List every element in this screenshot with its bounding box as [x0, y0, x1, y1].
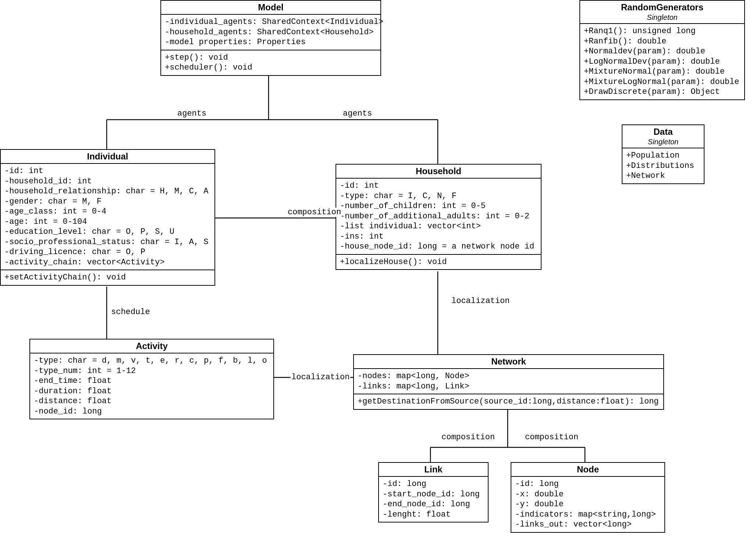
attr-row: +Population: [626, 151, 700, 161]
op-row: +setActivityChain(): void: [4, 272, 211, 283]
op-row: +localizeHouse(): void: [340, 257, 537, 267]
op-row: +MixtureNormal(param): double: [584, 67, 741, 77]
class-network-title: Network: [354, 355, 663, 369]
attr-row: -lenght: float: [383, 510, 484, 520]
op-row: +DrawDiscrete(param): Object: [584, 87, 741, 97]
attr-row: -x: double: [515, 489, 661, 500]
attr-row: -node_id: long: [34, 406, 270, 417]
op-row: +Ranq1(): unsigned long: [584, 26, 741, 36]
attr-row: -activity_chain: vector<Activity>: [4, 257, 211, 268]
class-data: Data Singleton +Population +Distribution…: [622, 124, 704, 184]
attr-row: -age: int = 0-104: [4, 217, 211, 227]
attr-row: -household_agents: SharedContext<Househo…: [165, 27, 377, 38]
attr-row: +Distributions: [626, 161, 700, 171]
attr-row: -type_num: int = 1-12: [34, 366, 270, 376]
class-household-attrs: -id: int -type: char = I, C, N, F -numbe…: [336, 179, 541, 255]
attr-row: -id: long: [515, 479, 661, 489]
attr-row: -gender: char = M, F: [4, 197, 211, 207]
attr-row: -number_of_children: int = 0-5: [340, 201, 537, 211]
class-link: Link -id: long -start_node_id: long -end…: [378, 462, 489, 522]
class-randomgen-stereo: Singleton: [580, 13, 744, 23]
op-row: +Normaldev(param): double: [584, 46, 741, 57]
attr-row: -indicators: map<string,long>: [515, 510, 661, 520]
attr-row: -socio_professional_status: char = I, A,…: [4, 237, 211, 247]
class-link-attrs: -id: long -start_node_id: long -end_node…: [379, 477, 488, 522]
class-data-stereo: Singleton: [622, 138, 704, 148]
class-link-title: Link: [379, 463, 488, 477]
class-network-attrs: -nodes: map<long, Node> -links: map<long…: [354, 369, 663, 394]
op-row: +LogNormalDev(param): double: [584, 57, 741, 67]
class-randomgen-ops: +Ranq1(): unsigned long +Ranfib(): doubl…: [580, 24, 744, 99]
edge-label-agents-right: agents: [342, 109, 373, 118]
attr-row: -individual_agents: SharedContext<Indivi…: [165, 17, 377, 27]
attr-row: -y: double: [515, 499, 661, 510]
class-model-title: Model: [161, 1, 380, 15]
edge-label-composition-node: composition: [524, 433, 579, 442]
class-activity: Activity -type: char = d, m, v, t, e, r,…: [29, 339, 274, 419]
attr-row: -id: int: [4, 166, 211, 176]
attr-row: -number_of_additional_adults: int = 0-2: [340, 211, 537, 222]
attr-row: -distance: float: [34, 396, 270, 406]
attr-row: -id: int: [340, 181, 537, 191]
attr-row: -type: char = I, C, N, F: [340, 191, 537, 201]
class-randomgenerators: RandomGenerators Singleton +Ranq1(): uns…: [579, 0, 745, 100]
edge-label-localization-activity: localization: [291, 373, 350, 382]
class-household-ops: +localizeHouse(): void: [336, 255, 541, 270]
attr-row: -type: char = d, m, v, t, e, r, c, p, f,…: [34, 356, 270, 366]
op-row: +getDestinationFromSource(source_id:long…: [358, 397, 660, 407]
class-network-ops: +getDestinationFromSource(source_id:long…: [354, 394, 663, 409]
class-randomgen-title: RandomGenerators: [580, 1, 744, 14]
edge-label-localization-household: localization: [451, 296, 510, 306]
class-model-ops: +step(): void +scheduler(): void: [161, 50, 380, 75]
op-row: +step(): void: [165, 53, 377, 63]
class-individual-attrs: -id: int -household_id: int -household_r…: [1, 164, 214, 270]
attr-row: -end_time: float: [34, 376, 270, 386]
class-individual-ops: +setActivityChain(): void: [1, 270, 214, 285]
edge-label-composition: composition: [287, 208, 342, 217]
attr-row: -start_node_id: long: [383, 489, 484, 500]
class-household: Household -id: int -type: char = I, C, N…: [336, 164, 542, 270]
class-activity-attrs: -type: char = d, m, v, t, e, r, c, p, f,…: [30, 353, 273, 419]
class-data-attrs: +Population +Distributions +Network: [622, 148, 704, 183]
class-node: Node -id: long -x: double -y: double -in…: [511, 462, 665, 533]
class-data-title: Data: [622, 125, 704, 138]
class-activity-title: Activity: [30, 339, 273, 353]
op-row: +Ranfib(): double: [584, 36, 741, 47]
attr-row: -links_out: vector<long>: [515, 520, 661, 530]
attr-row: -house_node_id: long = a network node id: [340, 242, 537, 252]
op-row: +scheduler(): void: [165, 63, 377, 73]
attr-row: -driving_licence: char = O, P: [4, 247, 211, 257]
attr-row: -age_class: int = 0-4: [4, 207, 211, 217]
attr-row: -end_node_id: long: [383, 499, 484, 510]
attr-row: -nodes: map<long, Node>: [358, 371, 660, 381]
class-household-title: Household: [336, 165, 541, 179]
attr-row: -education_level: char = O, P, S, U: [4, 227, 211, 237]
class-individual-title: Individual: [1, 150, 214, 164]
class-individual: Individual -id: int -household_id: int -…: [0, 149, 215, 286]
attr-row: -household_id: int: [4, 176, 211, 187]
attr-row: -list individual: vector<int>: [340, 221, 537, 232]
op-row: +MixtureLogNormal(param): double: [584, 77, 741, 87]
attr-row: -ins: int: [340, 232, 537, 242]
attr-row: -duration: float: [34, 386, 270, 397]
class-model: Model -individual_agents: SharedContext<…: [160, 0, 381, 76]
attr-row: -links: map<long, Link>: [358, 381, 660, 392]
edge-label-schedule: schedule: [110, 307, 151, 317]
edge-label-composition-link: composition: [441, 433, 496, 442]
attr-row: +Network: [626, 171, 700, 181]
attr-row: -household_relationship: char = H, M, C,…: [4, 186, 211, 197]
class-node-title: Node: [511, 463, 664, 477]
class-node-attrs: -id: long -x: double -y: double -indicat…: [511, 477, 664, 532]
attr-row: -id: long: [383, 479, 484, 489]
class-model-attrs: -individual_agents: SharedContext<Indivi…: [161, 15, 380, 50]
class-network: Network -nodes: map<long, Node> -links: …: [353, 354, 664, 410]
edge-label-agents-left: agents: [177, 109, 207, 118]
attr-row: -model properties: Properties: [165, 37, 377, 47]
